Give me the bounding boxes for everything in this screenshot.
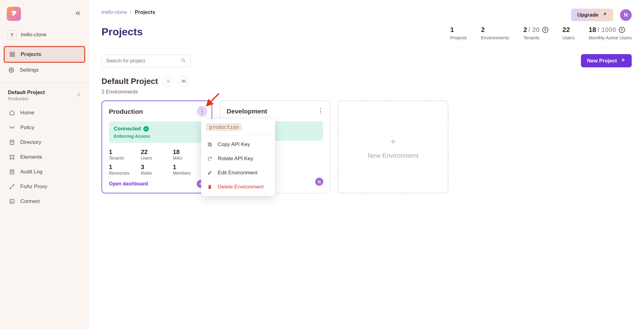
enforcing-label: Enforcing Access [114, 134, 200, 139]
dropdown-delete-environment[interactable]: Delete Environment [201, 180, 275, 194]
metric-value: 1 [109, 149, 141, 156]
svg-rect-3 [13, 55, 14, 57]
env-name: Production [109, 108, 205, 115]
trash-icon [207, 184, 213, 189]
stat-value: 2 [481, 26, 485, 34]
external-link-icon [602, 12, 607, 18]
directory-icon [9, 140, 15, 145]
sidebar-item-audit-log[interactable]: Audit Log [4, 164, 85, 179]
app-logo[interactable] [7, 7, 21, 21]
svg-point-8 [10, 155, 11, 157]
svg-rect-1 [13, 52, 14, 54]
user-avatar[interactable]: N [620, 9, 632, 21]
sidebar-item-home[interactable]: Home [4, 105, 85, 120]
stat-label: Monthly Active Users [589, 35, 632, 40]
dropdown-item-label: Delete Environment [218, 184, 264, 190]
upgrade-label: Upgrade [577, 12, 598, 18]
metric-label: Members [173, 171, 205, 176]
dropdown-copy-api-key[interactable]: Copy API Key [201, 137, 275, 152]
sidebar-item-connect[interactable]: Connect [4, 194, 85, 209]
terminal-icon [9, 199, 15, 204]
svg-rect-28 [208, 143, 211, 145]
breadcrumb-sep: / [130, 9, 132, 15]
sidebar-item-policy[interactable]: Policy [4, 120, 85, 135]
metric-value: 1 [109, 164, 141, 171]
sidebar-item-label: Directory [20, 139, 41, 145]
stat-mau: 18 / 1000? Monthly Active Users [589, 26, 632, 40]
svg-point-20 [181, 58, 184, 61]
dropdown-rotate-api-key[interactable]: Rotate API Key [201, 152, 275, 166]
sidebar-item-label: FoAz Proxy [20, 184, 47, 190]
stat-environments: 2 Environments [481, 26, 509, 40]
new-environment-button[interactable]: ＋ New Environment [338, 101, 448, 193]
sidebar-item-foaz-proxy[interactable]: FoAz Proxy [4, 179, 85, 194]
project-env-selector[interactable]: Default Project Production [0, 86, 89, 104]
project-settings-button[interactable] [163, 76, 173, 86]
svg-point-10 [10, 158, 11, 159]
dropdown-edit-environment[interactable]: Edit Environment [201, 166, 275, 180]
metric-value: 3 [141, 164, 173, 171]
search-project-input[interactable] [101, 54, 191, 67]
stat-value: 2 [523, 26, 527, 34]
dropdown-item-label: Rotate API Key [218, 156, 253, 162]
upgrade-button[interactable]: Upgrade [571, 9, 613, 21]
sidebar-item-label: Elements [20, 154, 42, 160]
collapse-sidebar-icon[interactable] [75, 10, 81, 18]
stat-tenants: 2 / 20? Tenants [523, 26, 548, 40]
home-icon [9, 110, 15, 116]
sidebar-item-elements[interactable]: Elements [4, 150, 85, 164]
metric-label: MAU [173, 156, 205, 161]
env-menu-button[interactable]: ⋮ [197, 106, 207, 117]
env-name: Development [227, 108, 323, 115]
open-dashboard-link[interactable]: Open dashboard [109, 181, 148, 187]
sidebar-item-projects[interactable]: Projects [4, 46, 85, 63]
svg-rect-0 [10, 52, 12, 54]
search-icon [181, 57, 186, 64]
policy-icon [9, 125, 15, 130]
stat-value: 18 [589, 26, 596, 34]
sidebar-item-settings[interactable]: Settings [4, 63, 85, 77]
sidebar-item-label: Settings [20, 67, 38, 73]
project-selector-env: Production [8, 96, 45, 101]
grid-icon [9, 52, 16, 57]
project-members-button[interactable] [178, 76, 189, 86]
sidebar-item-directory[interactable]: Directory [4, 135, 85, 150]
metric-value: 1 [173, 164, 205, 171]
sidebar-item-label: Audit Log [20, 169, 42, 175]
svg-point-17 [13, 184, 14, 185]
workspace-selector[interactable]: T trello-clone [0, 26, 89, 45]
gear-icon [8, 67, 15, 73]
svg-rect-18 [10, 200, 14, 203]
metric-value: 22 [141, 149, 173, 156]
stat-label: Environments [481, 35, 509, 40]
breadcrumb-org[interactable]: trello-clone [101, 9, 127, 15]
stats-bar: 1 Projects 2 Environments 2 / 20? Tenant… [450, 26, 632, 40]
stat-label: Tenants [523, 35, 548, 40]
stat-label: Projects [450, 35, 467, 40]
copy-icon [207, 142, 213, 147]
pencil-icon [207, 170, 213, 175]
stat-label: Users [563, 35, 574, 40]
help-icon[interactable]: ? [542, 27, 548, 33]
member-avatar[interactable]: N [315, 178, 323, 186]
env-card-production[interactable]: Production ⋮ Connected✓ Enforcing Access… [101, 101, 212, 193]
new-project-label: New Project [587, 58, 617, 64]
divider [0, 82, 89, 83]
search-field[interactable] [106, 58, 181, 64]
svg-rect-2 [10, 55, 12, 57]
new-project-button[interactable]: New Project [581, 54, 632, 67]
stat-cap: / 1000 [597, 26, 616, 34]
stat-value: 22 [563, 26, 570, 34]
help-icon[interactable]: ? [619, 27, 625, 33]
stat-users: 22 Users [563, 26, 574, 40]
svg-point-16 [10, 188, 11, 189]
main-content: trello-clone / Projects Upgrade N Projec… [89, 0, 644, 329]
plus-icon [621, 57, 626, 64]
env-tag: production [206, 123, 242, 131]
metric-value: 18 [173, 149, 205, 156]
audit-log-icon [9, 169, 15, 175]
svg-rect-27 [209, 144, 211, 146]
env-menu-button[interactable]: ⋮ [315, 106, 326, 116]
metric-label: Roles [141, 171, 173, 176]
chevron-updown-icon [77, 92, 81, 99]
